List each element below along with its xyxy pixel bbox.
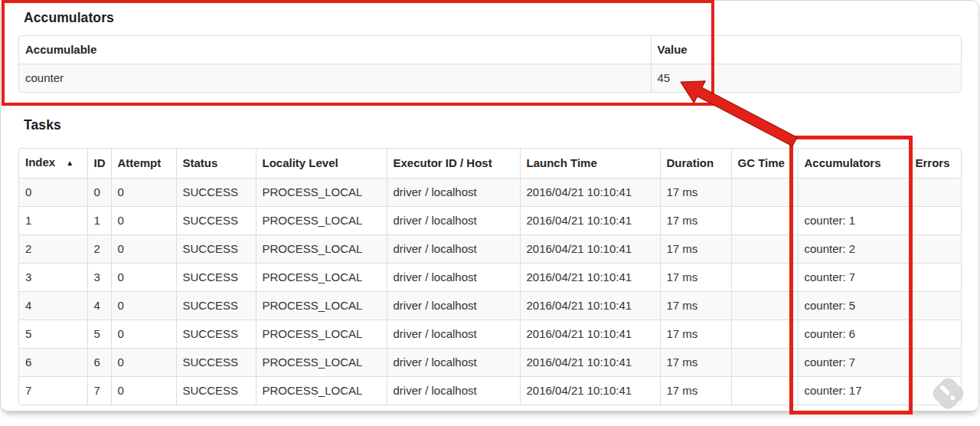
cell-index: 2 — [19, 235, 87, 264]
cell-launch-time: 2016/04/21 10:10:41 — [520, 320, 660, 349]
cell-index: 7 — [19, 377, 87, 405]
column-header-id[interactable]: ID — [87, 149, 111, 179]
table-row: 330SUCCESSPROCESS_LOCALdriver / localhos… — [19, 264, 961, 292]
cell-accumulators: counter: 7 — [798, 349, 909, 377]
column-header-accumulators[interactable]: Accumulators — [798, 149, 909, 179]
cell-index: 3 — [19, 264, 87, 292]
table-row: 110SUCCESSPROCESS_LOCALdriver / localhos… — [19, 207, 961, 235]
cell-status: SUCCESS — [176, 349, 256, 377]
cell-accumulators: counter: 6 — [798, 320, 909, 349]
cell-executor-id-host: driver / localhost — [387, 264, 520, 292]
table-row: 660SUCCESSPROCESS_LOCALdriver / localhos… — [19, 349, 961, 377]
cell-gc-time — [731, 292, 798, 320]
cell-status: SUCCESS — [176, 235, 256, 264]
cell-accumulators: counter: 5 — [798, 292, 909, 320]
cell-launch-time: 2016/04/21 10:10:41 — [520, 377, 660, 405]
cell-locality-level: PROCESS_LOCAL — [256, 377, 387, 405]
cell-accumulators: counter: 1 — [798, 207, 909, 235]
cell-index: 6 — [19, 349, 87, 377]
cell-launch-time: 2016/04/21 10:10:41 — [520, 349, 660, 377]
cell-attempt: 0 — [111, 377, 176, 405]
cell-launch-time: 2016/04/21 10:10:41 — [520, 207, 660, 235]
cell-executor-id-host: driver / localhost — [387, 320, 520, 349]
cell-index: 4 — [19, 292, 87, 320]
cell-id: 4 — [87, 292, 111, 320]
cell-executor-id-host: driver / localhost — [387, 349, 520, 377]
table-row: 550SUCCESSPROCESS_LOCALdriver / localhos… — [19, 320, 961, 349]
cell-locality-level: PROCESS_LOCAL — [256, 264, 387, 292]
cell-id: 2 — [87, 235, 111, 264]
header-row: Index▲IDAttemptStatusLocality LevelExecu… — [19, 149, 961, 179]
cell-errors — [909, 207, 961, 235]
cell-index: 0 — [19, 179, 87, 207]
cell-executor-id-host: driver / localhost — [387, 207, 520, 235]
table-row: counter45 — [19, 64, 961, 93]
cell-executor-id-host: driver / localhost — [387, 292, 520, 320]
column-header-status[interactable]: Status — [176, 149, 256, 179]
cell-status: SUCCESS — [176, 292, 256, 320]
column-header-errors[interactable]: Errors — [909, 149, 961, 179]
cell-gc-time — [731, 235, 798, 264]
column-header-value[interactable]: Value — [651, 36, 961, 64]
cell-attempt: 0 — [111, 320, 176, 349]
cell-attempt: 0 — [111, 235, 176, 264]
cell-gc-time — [731, 207, 798, 235]
header-row: AccumulableValue — [19, 36, 961, 64]
cell-executor-id-host: driver / localhost — [387, 179, 520, 207]
cell-attempt: 0 — [111, 349, 176, 377]
spark-ui-stage-page: Accumulators AccumulableValuecounter45 T… — [0, 0, 979, 411]
cell-locality-level: PROCESS_LOCAL — [256, 179, 387, 207]
cell-attempt: 0 — [111, 179, 176, 207]
cell-status: SUCCESS — [176, 377, 256, 405]
cell-locality-level: PROCESS_LOCAL — [256, 320, 387, 349]
sort-ascending-icon: ▲ — [66, 159, 74, 167]
column-header-executor-id-host[interactable]: Executor ID / Host — [387, 149, 520, 179]
cell-locality-level: PROCESS_LOCAL — [256, 207, 387, 235]
cell-errors — [909, 179, 961, 207]
cell-id: 5 — [87, 320, 111, 349]
cell-id: 1 — [87, 207, 111, 235]
cell-attempt: 0 — [111, 264, 176, 292]
column-header-locality-level[interactable]: Locality Level — [256, 149, 387, 179]
cell-gc-time — [731, 264, 798, 292]
column-header-launch-time[interactable]: Launch Time — [520, 149, 660, 179]
cell-status: SUCCESS — [176, 207, 256, 235]
cell-locality-level: PROCESS_LOCAL — [256, 349, 387, 377]
cell-duration: 17 ms — [660, 292, 731, 320]
tasks-section-heading: Tasks — [24, 116, 61, 133]
cell-launch-time: 2016/04/21 10:10:41 — [520, 235, 660, 264]
cell-status: SUCCESS — [176, 179, 256, 207]
cell-accumulators: counter: 17 — [798, 377, 909, 405]
table-row: 220SUCCESSPROCESS_LOCALdriver / localhos… — [19, 235, 961, 264]
cell-status: SUCCESS — [176, 320, 256, 349]
cell-executor-id-host: driver / localhost — [387, 235, 520, 264]
table-row: 770SUCCESSPROCESS_LOCALdriver / localhos… — [19, 377, 961, 405]
cell-errors — [909, 320, 961, 349]
column-header-duration[interactable]: Duration — [660, 149, 731, 179]
cell-launch-time: 2016/04/21 10:10:41 — [520, 264, 660, 292]
cell-duration: 17 ms — [660, 235, 731, 264]
column-header-attempt[interactable]: Attempt — [111, 149, 176, 179]
accumulators-table: AccumulableValuecounter45 — [18, 35, 962, 93]
accumulators-section-heading: Accumulators — [24, 9, 114, 26]
table-row: 440SUCCESSPROCESS_LOCALdriver / localhos… — [19, 292, 961, 320]
cell-gc-time — [731, 320, 798, 349]
cell-errors — [909, 264, 961, 292]
column-header-accumulable[interactable]: Accumulable — [19, 36, 651, 64]
cell-locality-level: PROCESS_LOCAL — [256, 235, 387, 264]
cell-index: 1 — [19, 207, 87, 235]
cell-gc-time — [731, 377, 798, 405]
column-header-gc-time[interactable]: GC Time — [731, 149, 798, 179]
cell-value: 45 — [651, 64, 961, 93]
cell-status: SUCCESS — [176, 264, 256, 292]
cell-launch-time: 2016/04/21 10:10:41 — [520, 179, 660, 207]
cell-launch-time: 2016/04/21 10:10:41 — [520, 292, 660, 320]
cell-duration: 17 ms — [660, 179, 731, 207]
cell-duration: 17 ms — [660, 377, 731, 405]
tasks-table: Index▲IDAttemptStatusLocality LevelExecu… — [18, 148, 962, 405]
feedly-logo-icon — [929, 375, 967, 412]
cell-duration: 17 ms — [660, 349, 731, 377]
cell-errors — [909, 235, 961, 264]
column-header-index[interactable]: Index▲ — [19, 149, 87, 179]
cell-duration: 17 ms — [660, 264, 731, 292]
